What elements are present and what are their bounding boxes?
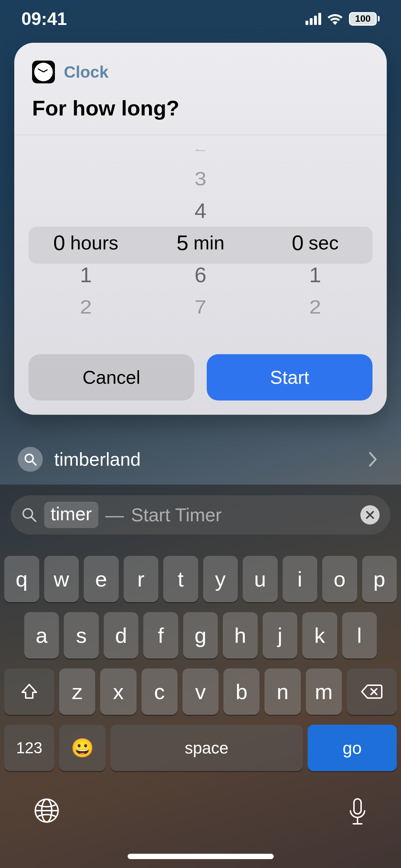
key-y[interactable]: y <box>203 556 238 602</box>
dialog-prompt: For how long? <box>14 92 387 135</box>
key-t[interactable]: t <box>163 556 198 602</box>
duration-picker: 0 hours 1 2 3 4 0 1 2 3 4 5 min 6 7 8 9 <box>14 135 387 335</box>
key-v[interactable]: v <box>182 668 219 715</box>
svg-rect-7 <box>354 799 361 814</box>
key-d[interactable]: d <box>104 612 138 658</box>
key-a[interactable]: a <box>24 612 59 658</box>
key-u[interactable]: u <box>243 556 278 602</box>
hint-separator: — <box>98 504 131 526</box>
key-f[interactable]: f <box>143 612 178 658</box>
wifi-icon <box>327 13 343 25</box>
key-i[interactable]: i <box>283 556 318 602</box>
seconds-wheel[interactable]: 0 sec 1 2 3 4 <box>258 149 372 335</box>
status-time: 09:41 <box>21 9 67 29</box>
clock-app-icon <box>32 61 55 83</box>
shift-key[interactable] <box>4 668 54 715</box>
battery-icon: 100 <box>349 12 380 26</box>
siri-suggestion-row[interactable]: timberland <box>14 441 387 477</box>
spotlight-search-field[interactable]: timer — Start Timer <box>11 495 390 534</box>
keyboard-row-4: 123 😀 space go <box>4 725 397 771</box>
keyboard-row-2: a s d f g h j k l <box>4 612 397 658</box>
app-name-label: Clock <box>64 62 108 82</box>
key-l[interactable]: l <box>342 612 377 658</box>
key-c[interactable]: c <box>142 668 178 715</box>
start-button[interactable]: Start <box>207 354 372 401</box>
clear-button[interactable] <box>360 505 380 525</box>
key-z[interactable]: z <box>59 668 95 715</box>
key-p[interactable]: p <box>362 556 397 602</box>
status-indicators: 100 <box>305 12 380 26</box>
space-key[interactable]: space <box>110 725 303 771</box>
key-x[interactable]: x <box>100 668 136 715</box>
dialog-header: Clock <box>14 43 387 92</box>
key-q[interactable]: q <box>4 556 39 602</box>
search-icon <box>21 507 37 523</box>
key-n[interactable]: n <box>264 668 300 715</box>
search-icon <box>18 447 43 472</box>
key-e[interactable]: e <box>84 556 119 602</box>
chevron-right-icon <box>369 451 378 467</box>
key-m[interactable]: m <box>306 668 342 715</box>
key-o[interactable]: o <box>322 556 357 602</box>
globe-key[interactable] <box>33 797 61 825</box>
hours-wheel[interactable]: 0 hours 1 2 3 4 <box>29 149 143 335</box>
svg-line-1 <box>32 461 36 465</box>
key-r[interactable]: r <box>124 556 159 602</box>
keyboard: q w e r t y u i o p a s d f g h j k l z <box>0 549 401 868</box>
suggestion-text: timberland <box>54 449 357 470</box>
numbers-key[interactable]: 123 <box>4 725 54 771</box>
home-indicator[interactable] <box>128 854 274 859</box>
battery-level: 100 <box>355 13 370 24</box>
backspace-key[interactable] <box>347 668 397 715</box>
dictation-key[interactable] <box>347 797 368 827</box>
keyboard-row-1: q w e r t y u i o p <box>4 556 397 602</box>
key-k[interactable]: k <box>302 612 337 658</box>
key-g[interactable]: g <box>183 612 218 658</box>
cellular-signal-icon <box>305 13 321 25</box>
search-text: timer — Start Timer <box>44 502 222 528</box>
search-hint: Start Timer <box>131 504 222 526</box>
svg-line-3 <box>31 517 36 521</box>
go-key[interactable]: go <box>308 725 397 771</box>
minutes-wheel[interactable]: 0 1 2 3 4 5 min 6 7 8 9 <box>143 149 258 335</box>
timer-dialog: Clock For how long? 0 hours 1 2 3 4 0 1 … <box>14 43 387 415</box>
key-s[interactable]: s <box>64 612 98 658</box>
keyboard-panel: timer — Start Timer q w e r t y u i o p … <box>0 485 401 868</box>
typed-text: timer <box>44 502 98 528</box>
status-bar: 09:41 100 <box>0 0 401 37</box>
emoji-key[interactable]: 😀 <box>59 725 106 771</box>
key-w[interactable]: w <box>44 556 79 602</box>
key-b[interactable]: b <box>223 668 259 715</box>
key-j[interactable]: j <box>263 612 297 658</box>
keyboard-row-3: z x c v b n m <box>4 668 397 715</box>
cancel-button[interactable]: Cancel <box>29 354 194 401</box>
key-h[interactable]: h <box>223 612 257 658</box>
